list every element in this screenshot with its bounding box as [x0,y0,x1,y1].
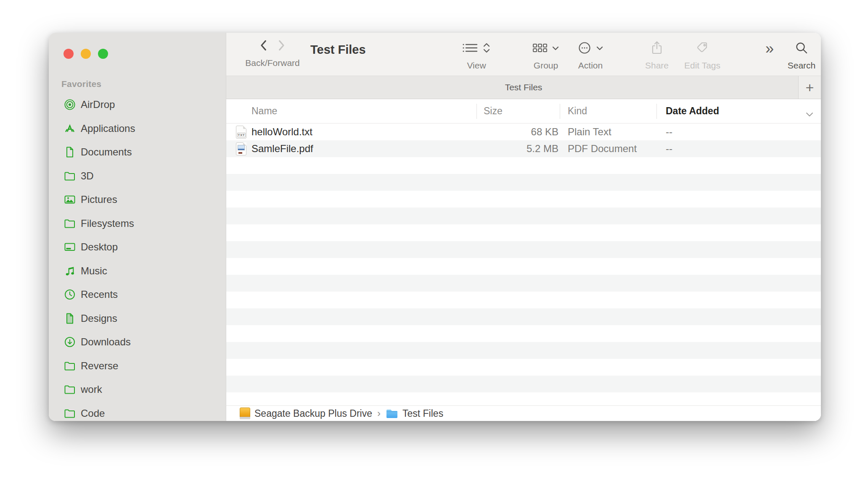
sidebar: Favorites AirDrop Applications Documents [49,33,226,421]
download-circle-icon [63,335,77,349]
path-segment-label: Seagate Backup Plus Drive [254,408,372,419]
sidebar-item-downloads[interactable]: Downloads [49,332,226,352]
sidebar-item-desktop[interactable]: Desktop [49,237,226,257]
file-list [226,124,821,405]
file-date-added: -- [666,140,672,157]
desktop-icon [63,240,77,254]
column-header-size[interactable]: Size [484,99,503,123]
sidebar-item-label: Filesystems [81,218,134,229]
sidebar-item-work[interactable]: work [49,379,226,400]
column-header-row: Name Size Kind Date Added [226,99,821,124]
sidebar-item-applications[interactable]: Applications [49,118,226,139]
folder-icon [63,407,77,420]
action-label: Action [561,60,620,71]
back-forward-label: Back/Forward [245,58,300,68]
sidebar-item-3d[interactable]: 3D [49,166,226,186]
tab-bar: Test Files + [226,76,821,99]
favorites-section-label: Favorites [61,79,101,89]
group-grid-icon [532,41,548,56]
path-segment-test-files[interactable]: Test Files [386,408,443,419]
sidebar-item-label: Desktop [81,241,118,253]
airdrop-icon [63,98,77,111]
traffic-lights [64,49,108,59]
column-divider[interactable] [476,104,477,119]
search-label: Search [781,60,821,71]
sidebar-item-code[interactable]: Code [49,403,226,421]
zoom-button[interactable] [98,49,108,59]
view-label: View [453,60,500,71]
file-name: SamleFile.pdf [251,140,313,157]
sidebar-item-recents[interactable]: Recents [49,284,226,305]
ellipsis-circle-icon [577,40,592,57]
sidebar-item-label: 3D [81,170,94,182]
action-button[interactable]: Action [561,38,620,71]
blue-folder-icon [386,408,398,419]
plus-icon: + [806,79,814,96]
column-header-date-added[interactable]: Date Added [666,99,719,123]
sidebar-item-music[interactable]: Music [49,261,226,281]
forward-button[interactable] [277,39,287,54]
path-bar: Seagate Backup Plus Drive › Test Files [226,405,821,421]
sidebar-item-label: Designs [81,313,117,324]
share-icon [650,40,664,57]
toolbar: Back/Forward Test Files View [226,33,821,76]
clock-icon [63,288,77,301]
back-button[interactable] [258,39,268,54]
folder-icon [63,359,77,373]
folder-icon [63,217,77,230]
path-segment-drive[interactable]: Seagate Backup Plus Drive [226,408,372,419]
sidebar-item-designs[interactable]: Designs [49,308,226,329]
applications-icon [63,122,77,135]
pictures-icon [63,193,77,206]
file-row-samlefile[interactable]: SamleFile.pdf 5.2 MB PDF Document -- [226,140,821,157]
sidebar-item-pictures[interactable]: Pictures [49,189,226,210]
sidebar-item-airdrop[interactable]: AirDrop [49,95,226,115]
new-tab-button[interactable]: + [798,76,821,99]
sidebar-item-label: Music [81,265,107,277]
close-button[interactable] [64,49,74,59]
document-tinted-icon [63,312,77,325]
edit-tags-button[interactable]: Edit Tags [673,38,732,71]
sidebar-item-documents[interactable]: Documents [49,142,226,162]
pdf-file-icon [235,140,247,157]
column-divider[interactable] [560,104,560,119]
sidebar-item-label: Applications [81,123,135,134]
sidebar-item-label: AirDrop [81,99,115,110]
column-header-name[interactable]: Name [251,99,277,123]
finder-window: Favorites AirDrop Applications Documents [49,33,821,421]
sidebar-item-label: Recents [81,289,118,300]
file-size: 5.2 MB [476,140,558,157]
file-date-added: -- [666,124,672,140]
column-header-kind[interactable]: Kind [568,99,587,123]
sort-chevron-icon[interactable] [805,108,814,120]
music-icon [63,264,77,278]
search-icon [794,41,809,57]
edit-tags-label: Edit Tags [673,60,732,71]
path-separator: › [377,408,381,419]
sidebar-item-label: Code [81,408,105,419]
file-name: helloWorld.txt [251,124,312,140]
sidebar-list: AirDrop Applications Documents 3D [49,95,226,421]
file-row-helloworld[interactable]: TXT helloWorld.txt 68 KB Plain Text -- [226,124,821,140]
tab-test-files[interactable]: Test Files [226,76,821,99]
column-divider[interactable] [656,104,657,119]
sidebar-item-label: Reverse [81,360,118,372]
file-kind: Plain Text [568,124,611,140]
file-size: 68 KB [476,124,558,140]
folder-icon [63,383,77,396]
content-area: Back/Forward Test Files View [226,33,821,421]
sidebar-item-reverse[interactable]: Reverse [49,356,226,376]
search-button[interactable]: Search [781,38,821,71]
sidebar-item-label: work [81,384,102,395]
window-title: Test Files [310,43,366,57]
txt-file-icon: TXT [235,124,247,140]
back-forward-group: Back/Forward [245,39,300,68]
sidebar-item-filesystems[interactable]: Filesystems [49,213,226,234]
minimize-button[interactable] [81,49,91,59]
list-view-icon [462,41,479,56]
document-icon [63,145,77,159]
folder-icon [63,169,77,183]
view-button[interactable]: View [453,38,500,71]
tag-icon [695,40,710,57]
sidebar-item-label: Documents [81,146,132,158]
